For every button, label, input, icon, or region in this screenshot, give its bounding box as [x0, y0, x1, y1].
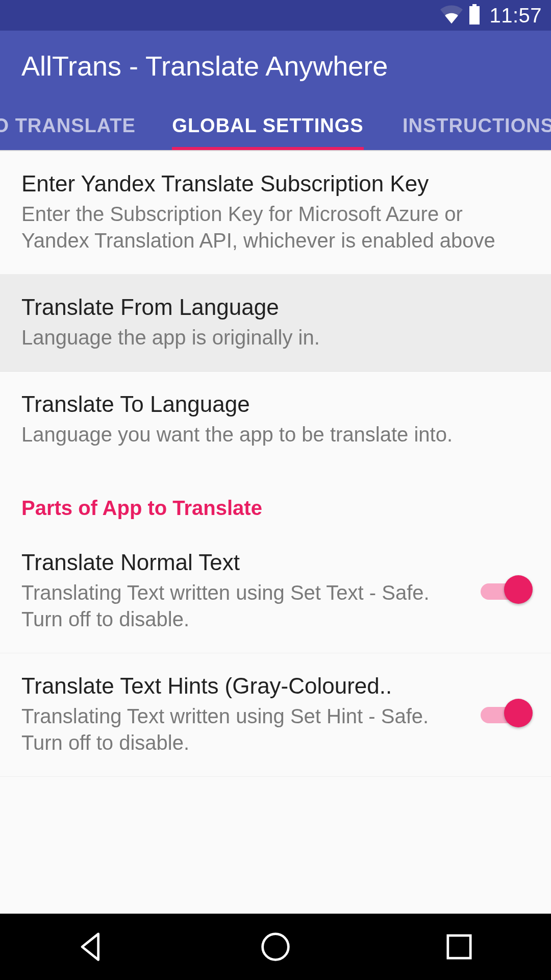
navigation-bar [0, 914, 551, 980]
row-body: Translate Text Hints (Gray-Coloured.. Tr… [21, 672, 468, 756]
row-body: Enter Yandex Translate Subscription Key … [21, 169, 530, 254]
app-title: AllTrans - Translate Anywhere [21, 50, 388, 82]
battery-icon [468, 4, 481, 27]
wifi-icon [440, 5, 463, 26]
nav-home-button[interactable] [256, 927, 295, 966]
setting-translate-to[interactable]: Translate To Language Language you want … [0, 372, 551, 468]
tab-label: GLOBAL SETTINGS [172, 115, 363, 137]
setting-subtitle: Translating Text written using Set Text … [21, 579, 468, 632]
svg-rect-1 [469, 6, 480, 24]
setting-translate-normal-text[interactable]: Translate Normal Text Translating Text w… [0, 530, 551, 653]
tab-label: TO TRANSLATE [0, 115, 136, 137]
svg-point-2 [263, 934, 289, 960]
switch-thumb [504, 699, 533, 727]
status-bar: 11:57 [0, 0, 551, 31]
setting-subtitle: Language you want the app to be translat… [21, 421, 530, 448]
setting-title: Translate To Language [21, 390, 530, 418]
setting-translate-from[interactable]: Translate From Language Language the app… [0, 275, 551, 372]
settings-list[interactable]: Enter Yandex Translate Subscription Key … [0, 151, 551, 777]
section-header-parts: Parts of App to Translate [0, 468, 551, 530]
svg-rect-0 [472, 4, 477, 6]
tab-global-settings[interactable]: GLOBAL SETTINGS [172, 101, 363, 150]
setting-subtitle: Translating Text written using Set Hint … [21, 703, 468, 756]
setting-subtitle: Enter the Subscription Key for Microsoft… [21, 201, 530, 254]
nav-recent-button[interactable] [440, 927, 479, 966]
tab-bar: TO TRANSLATE GLOBAL SETTINGS INSTRUCTION… [0, 101, 551, 150]
row-body: Translate To Language Language you want … [21, 390, 530, 448]
row-body: Translate Normal Text Translating Text w… [21, 548, 468, 632]
tab-to-translate[interactable]: TO TRANSLATE [0, 101, 172, 150]
tab-instructions[interactable]: INSTRUCTIONS [364, 101, 551, 150]
tab-label: INSTRUCTIONS [403, 115, 551, 137]
switch-translate-hints[interactable] [481, 699, 530, 729]
status-time: 11:57 [489, 4, 542, 27]
switch-translate-normal[interactable] [481, 575, 530, 606]
switch-thumb [504, 575, 533, 604]
setting-yandex-key[interactable]: Enter Yandex Translate Subscription Key … [0, 151, 551, 275]
setting-subtitle: Language the app is originally in. [21, 324, 530, 351]
svg-rect-3 [448, 936, 470, 958]
app-bar: AllTrans - Translate Anywhere [0, 31, 551, 101]
setting-title: Enter Yandex Translate Subscription Key [21, 169, 530, 198]
nav-back-button[interactable] [72, 927, 111, 966]
setting-title: Translate From Language [21, 293, 530, 321]
setting-translate-text-hints[interactable]: Translate Text Hints (Gray-Coloured.. Tr… [0, 653, 551, 777]
row-body: Translate From Language Language the app… [21, 293, 530, 351]
setting-title: Translate Text Hints (Gray-Coloured.. [21, 672, 468, 700]
setting-title: Translate Normal Text [21, 548, 468, 576]
